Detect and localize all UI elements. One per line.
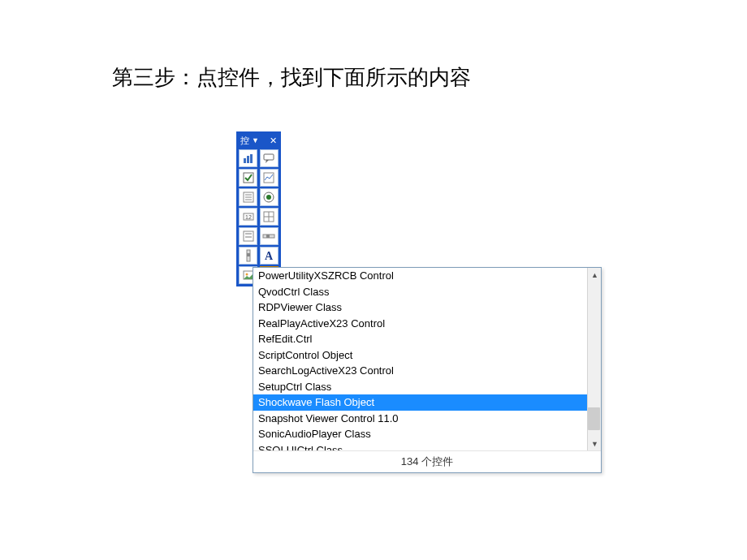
tool-checkbox-icon[interactable] <box>239 169 257 187</box>
list-item[interactable]: ScriptControl Object <box>253 347 587 364</box>
status-bar: 134 个控件 <box>253 450 601 472</box>
list-item[interactable]: SSOLUICtrl Class <box>253 442 587 451</box>
tool-chart-icon[interactable] <box>239 149 257 167</box>
tool-hscroll-icon[interactable] <box>260 227 279 245</box>
list-item[interactable]: SonicAudioPlayer Class <box>253 426 587 442</box>
toolbox-header[interactable]: 控 ▼ ✕ <box>239 134 279 147</box>
list-item[interactable]: Shockwave Flash Object <box>253 394 587 411</box>
toolbox-grid: 12 A <box>239 149 279 284</box>
tool-radio-icon[interactable] <box>260 188 279 206</box>
tool-table-icon[interactable] <box>260 208 279 226</box>
tool-form-icon[interactable] <box>239 227 257 245</box>
svg-rect-3 <box>264 154 274 160</box>
tool-graph-icon[interactable] <box>260 169 279 187</box>
tool-vscroll-icon[interactable] <box>239 247 257 265</box>
list-item[interactable]: QvodCtrl Class <box>253 284 587 300</box>
svg-rect-19 <box>245 236 252 238</box>
svg-rect-1 <box>247 156 249 163</box>
close-icon[interactable]: ✕ <box>270 136 277 145</box>
svg-rect-18 <box>245 233 252 235</box>
svg-text:A: A <box>265 250 274 262</box>
list-item[interactable]: SearchLogActiveX23 Control <box>253 363 587 379</box>
list-item[interactable]: PowerUtilityXSZRCB Control <box>253 268 587 284</box>
svg-rect-23 <box>247 253 250 256</box>
svg-point-11 <box>266 195 271 200</box>
tool-callout-icon[interactable] <box>260 149 279 167</box>
svg-rect-2 <box>250 154 253 163</box>
list-item[interactable]: RealPlayActiveX23 Control <box>253 316 587 332</box>
scroll-up-icon[interactable]: ▲ <box>588 268 601 282</box>
controls-listbox[interactable]: PowerUtilityXSZRCB ControlQvodCtrl Class… <box>253 268 601 450</box>
list-item[interactable]: SetupCtrl Class <box>253 379 587 395</box>
svg-rect-21 <box>266 235 270 238</box>
scroll-down-icon[interactable]: ▼ <box>588 437 601 450</box>
svg-point-26 <box>245 274 248 276</box>
toolbox-title: 控 <box>240 135 249 147</box>
list-item[interactable]: RDPViewer Class <box>253 299 587 316</box>
control-toolbox: 控 ▼ ✕ 12 <box>236 131 281 286</box>
svg-rect-0 <box>244 158 246 163</box>
list-item[interactable]: RefEdit.Ctrl <box>253 331 587 347</box>
page-title: 第三步：点控件，找到下面所示的内容 <box>112 63 471 92</box>
tool-list-icon[interactable] <box>239 188 257 206</box>
controls-listbox-container: PowerUtilityXSZRCB ControlQvodCtrl Class… <box>253 267 602 473</box>
tool-text-icon[interactable]: A <box>260 247 279 265</box>
scrollbar[interactable]: ▲ ▼ <box>587 268 601 450</box>
chevron-down-icon[interactable]: ▼ <box>252 137 259 144</box>
scroll-thumb[interactable] <box>588 407 600 430</box>
toolbox-header-left: 控 ▼ <box>240 135 259 147</box>
svg-text:12: 12 <box>245 214 252 220</box>
list-item[interactable]: Snapshot Viewer Control 11.0 <box>253 411 587 427</box>
tool-number-icon[interactable]: 12 <box>239 208 257 226</box>
